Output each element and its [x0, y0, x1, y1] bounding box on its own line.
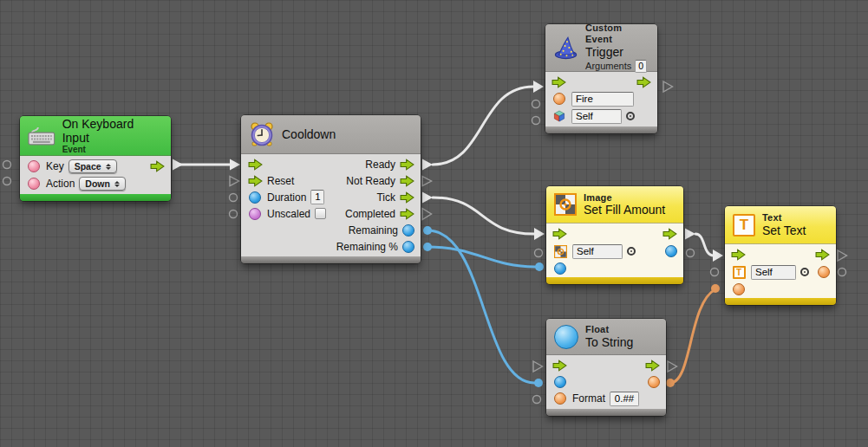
node-header[interactable]: T Text Set Text	[725, 206, 836, 244]
trigger-port-icon[interactable]	[150, 160, 165, 172]
node-header[interactable]: Float To String	[546, 319, 666, 355]
enter-port-icon[interactable]	[552, 228, 567, 240]
duration-port-icon[interactable]	[249, 191, 261, 204]
node-text-set-text[interactable]: T Text Set Text T Self	[725, 206, 836, 305]
cooldown-completed-connector[interactable]	[422, 209, 432, 220]
image-output-connector[interactable]	[687, 249, 695, 257]
cooldown-tick-connector[interactable]	[422, 192, 433, 204]
text-enter-connector[interactable]	[713, 249, 723, 262]
text-value-connector[interactable]	[711, 284, 720, 293]
trigger-enter-connector[interactable]	[533, 81, 544, 93]
text-output-connector[interactable]	[839, 269, 846, 276]
cooldown-enter-connector[interactable]	[230, 159, 240, 171]
image-mini-icon[interactable]	[554, 245, 567, 258]
arguments-field[interactable]: 0	[635, 60, 647, 73]
float-enter-connector[interactable]	[533, 361, 543, 372]
trigger-fire-connector[interactable]	[532, 100, 540, 108]
node-cooldown[interactable]: Cooldown Ready Reset Not Ready Duration	[241, 115, 421, 263]
exit-port-icon[interactable]	[636, 76, 651, 88]
key-port-icon[interactable]	[28, 160, 40, 172]
object-picker-icon[interactable]	[626, 112, 635, 120]
exit-port-icon[interactable]	[662, 228, 677, 240]
unscaled-checkbox[interactable]	[315, 208, 326, 219]
image-self-connector[interactable]	[535, 249, 543, 257]
text-mini-icon[interactable]: T	[733, 266, 746, 279]
enter-port-icon[interactable]	[248, 159, 263, 171]
node-header[interactable]: Image Set Fill Amount	[546, 186, 683, 224]
fillamount-input-port-icon[interactable]	[554, 262, 566, 275]
tick-port-icon[interactable]	[400, 191, 414, 204]
float-exit-connector[interactable]	[668, 361, 677, 372]
wire-remaining-to-tostring[interactable]	[427, 230, 534, 383]
wire-ready-to-trigger[interactable]	[433, 87, 533, 165]
exit-port-icon[interactable]	[815, 249, 830, 261]
wire-remainingpct-to-fillamount[interactable]	[427, 247, 535, 267]
wire-tostring-to-text[interactable]	[670, 289, 715, 383]
node-on-keyboard-input[interactable]: On Keyboard Input Event Key Space Action…	[20, 116, 171, 201]
remaining-port-icon[interactable]	[402, 224, 414, 236]
graph-canvas[interactable]: { "colors": { "background": "#595959", "…	[0, 0, 868, 447]
image-exit-connector[interactable]	[685, 229, 695, 240]
text-exit-connector[interactable]	[838, 250, 847, 261]
format-field[interactable]: 0.##	[610, 392, 639, 406]
fillamount-output-port-icon[interactable]	[665, 245, 677, 257]
self-field[interactable]: Self	[571, 109, 622, 124]
duration-field[interactable]: 1	[310, 190, 324, 204]
action-dropdown[interactable]: Down	[79, 177, 126, 191]
cooldown-remainingpct-connector[interactable]	[423, 243, 432, 251]
enter-port-icon[interactable]	[731, 249, 746, 261]
text-self-connector[interactable]	[711, 269, 719, 276]
cooldown-remaining-connector[interactable]	[423, 226, 432, 235]
float-format-connector[interactable]	[533, 396, 541, 404]
enter-port-icon[interactable]	[551, 76, 566, 88]
ready-port-icon[interactable]	[400, 159, 414, 171]
node-float-to-string[interactable]: Float To String Format 0.##	[546, 319, 666, 416]
node-header[interactable]: Custom Event Trigger Arguments 0	[545, 24, 657, 72]
arguments-label: Arguments	[585, 61, 631, 72]
node-image-set-fill-amount[interactable]: Image Set Fill Amount Self	[546, 186, 683, 284]
reset-port-icon[interactable]	[248, 175, 263, 187]
notready-port-icon[interactable]	[400, 175, 414, 187]
node-header[interactable]: On Keyboard Input Event	[20, 116, 171, 156]
self-field[interactable]: Self	[572, 244, 623, 259]
cooldown-duration-connector[interactable]	[230, 194, 238, 202]
node-header[interactable]: Cooldown	[241, 115, 421, 154]
action-port-icon[interactable]	[28, 178, 40, 190]
object-picker-icon[interactable]	[800, 268, 809, 276]
node-kind: Custom Event	[585, 23, 649, 44]
gameobject-cube-icon[interactable]	[553, 110, 565, 122]
self-field[interactable]: Self	[751, 265, 796, 280]
float-input-connector[interactable]	[534, 379, 543, 387]
format-port-icon[interactable]	[554, 392, 566, 405]
node-trigger-custom-event[interactable]: Custom Event Trigger Arguments 0 Fire Se…	[545, 24, 657, 133]
node-title: Trigger	[585, 45, 649, 59]
completed-port-icon[interactable]	[400, 208, 414, 220]
wire-image-to-settext[interactable]	[695, 234, 714, 256]
keyboard-key-connector[interactable]	[3, 161, 11, 169]
cooldown-reset-connector[interactable]	[230, 177, 239, 186]
image-fillamount-connector[interactable]	[535, 262, 544, 271]
text-output-port-icon[interactable]	[818, 266, 830, 278]
trigger-self-connector[interactable]	[532, 117, 540, 125]
text-input-port-icon[interactable]	[733, 283, 745, 295]
enter-port-icon[interactable]	[552, 360, 567, 372]
cooldown-ready-connector[interactable]	[422, 159, 433, 171]
cooldown-notready-connector[interactable]	[422, 177, 432, 186]
keyboard-trigger-connector[interactable]	[173, 159, 183, 171]
wire-tick-to-setfillamount[interactable]	[433, 198, 534, 234]
key-dropdown[interactable]: Space	[69, 159, 117, 173]
keyboard-action-connector[interactable]	[3, 178, 11, 185]
exit-port-icon[interactable]	[645, 360, 660, 372]
remainingpct-port-icon[interactable]	[402, 241, 414, 253]
cooldown-unscaled-connector[interactable]	[230, 211, 238, 218]
trigger-exit-connector[interactable]	[663, 81, 673, 92]
float-result-connector[interactable]	[666, 379, 675, 387]
value-input-port-icon[interactable]	[554, 376, 566, 388]
image-enter-connector[interactable]	[534, 228, 545, 240]
unscaled-port-icon[interactable]	[249, 208, 261, 220]
keyboard-icon	[28, 126, 55, 146]
fire-field[interactable]: Fire	[571, 92, 634, 107]
result-output-port-icon[interactable]	[648, 376, 660, 388]
fire-port-icon[interactable]	[553, 93, 565, 105]
object-picker-icon[interactable]	[627, 247, 636, 256]
